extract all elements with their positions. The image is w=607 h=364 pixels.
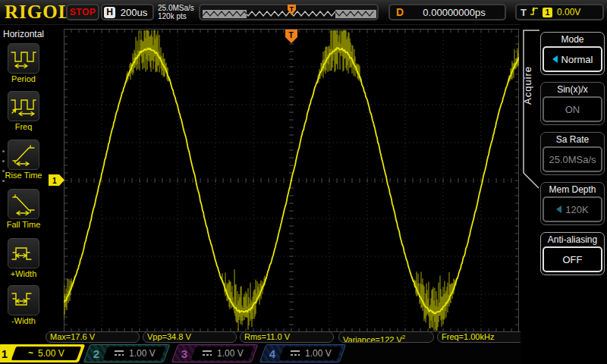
trigger-status-box[interactable]: T 1 0.00V <box>515 4 604 20</box>
scroll-indicator-dot <box>2 180 5 182</box>
measurement-variance: Variance=122 V2 <box>338 331 434 343</box>
channel-3-scale: 1.00 V <box>217 348 244 359</box>
channel-3-scale-box: 1.00 V <box>191 347 254 360</box>
channel-2-status[interactable]: 2 1.00 V <box>83 344 171 362</box>
timebase-value: 200us <box>115 7 153 18</box>
measure-item-label: Freq <box>0 122 47 131</box>
trigger-position-marker[interactable]: T <box>285 30 297 46</box>
dc-coupling-icon <box>114 348 124 359</box>
channel-3-status[interactable]: 3 1.00 V <box>171 344 259 362</box>
scroll-indicator-dot <box>2 150 5 152</box>
acquire-tab-label: Acquire <box>522 43 534 127</box>
channel1-position-marker[interactable]: 1 <box>49 174 64 189</box>
rigol-logo: RIGOL <box>5 2 71 23</box>
measure-item-label: Fall Time <box>0 220 47 229</box>
mem-depth-button[interactable]: 120K <box>543 196 602 222</box>
neg-width-icon <box>8 285 39 315</box>
menu-item-mem-depth[interactable]: Mem Depth 120K <box>540 182 605 225</box>
ac-coupling-icon: ~ <box>28 348 33 359</box>
measure-item-label: +Width <box>0 269 47 278</box>
scroll-indicator-dot <box>2 170 5 172</box>
channel-1-status[interactable]: 1 ~ 5.00 V <box>0 344 85 362</box>
period-icon <box>8 43 39 74</box>
channel-2-scale-box: 1.00 V <box>103 347 166 360</box>
sa-rate-button[interactable]: 25.0MSa/s <box>543 146 602 172</box>
channel-4-scale-box: 1.00 V <box>279 347 342 360</box>
run-state-button[interactable]: STOP <box>66 4 99 20</box>
measure-item-label: Rise Time <box>0 171 47 180</box>
top-status-bar: RIGOL STOP H 200us 25.0MSa/s 120k pts T … <box>0 0 607 25</box>
measurement-freq: Freq=1.00kHz <box>437 331 530 343</box>
dc-coupling-icon <box>202 348 212 359</box>
menu-item-sinx-x[interactable]: Sin(x)/x ON <box>540 82 605 125</box>
menu-item-sa-rate[interactable]: Sa Rate 25.0MSa/s <box>540 132 605 175</box>
channel-2-number: 2 <box>87 347 105 360</box>
measure-menu-title: Horizontal <box>0 29 47 39</box>
overview-trigger-position-icon[interactable]: T <box>287 5 297 16</box>
svg-text:T: T <box>290 5 294 13</box>
left-measure-menu: Horizontal Period Freq Rise Time Fall Ti… <box>0 24 47 343</box>
trigger-prefix: T <box>521 7 527 18</box>
left-arrow-icon <box>556 206 561 213</box>
trigger-slope-icon <box>530 5 539 19</box>
menu-item-mode[interactable]: Mode Normal <box>540 32 605 75</box>
trigger-source-badge: 1 <box>543 8 552 17</box>
measurement-max: Max=17.6 V <box>46 331 140 343</box>
measure-item-label: -Width <box>0 316 47 325</box>
waveform-trace <box>64 29 519 332</box>
delay-value: 0.00000000ps <box>404 7 505 18</box>
measure-item-pos-width[interactable]: +Width <box>0 238 47 278</box>
channel-3-number: 3 <box>175 347 193 360</box>
waveform-overview-bar[interactable]: T <box>199 4 379 20</box>
scroll-indicator-dot <box>2 160 5 162</box>
anti-aliasing-button[interactable]: OFF <box>543 246 602 272</box>
waveform-display-area <box>64 29 519 332</box>
trigger-level-value: 0.00V <box>557 7 580 17</box>
acquire-menu-sidebar: Acquire Mode Normal Sin(x)/x ON Sa Rate … <box>521 24 607 364</box>
pos-width-icon <box>8 238 39 268</box>
sinx-x-button[interactable]: ON <box>543 96 602 122</box>
rise-time-icon <box>8 140 39 170</box>
channel-status-bar: 1 ~ 5.00 V 2 1.00 V 3 1.00 V 4 <box>0 343 607 364</box>
channel-4-scale: 1.00 V <box>305 348 332 359</box>
timebase-prefix: H <box>104 7 115 18</box>
memory-points: 120k pts <box>158 12 194 20</box>
channel-1-scale-box: ~ 5.00 V <box>11 347 82 360</box>
dc-coupling-icon <box>290 348 300 359</box>
channel-4-number: 4 <box>263 347 281 360</box>
channel-4-status[interactable]: 4 1.00 V <box>259 344 347 362</box>
oscilloscope-screen: { "brand": "RIGOL", "top_bar": { "run_st… <box>0 0 607 364</box>
measure-item-label: Period <box>0 74 47 83</box>
measure-item-fall-time[interactable]: Fall Time <box>0 189 47 229</box>
channel-1-scale: 5.00 V <box>38 348 64 359</box>
trigger-delay-box[interactable]: D 0.00000000ps <box>388 4 506 20</box>
menu-item-anti-aliasing[interactable]: Anti-aliasing OFF <box>540 232 605 275</box>
freq-icon <box>8 91 39 121</box>
measurement-rms: Rms=11.0 V <box>240 331 334 343</box>
fall-time-icon <box>8 189 39 219</box>
measure-item-neg-width[interactable]: -Width <box>0 285 47 325</box>
measure-item-freq[interactable]: Freq <box>0 91 47 131</box>
measure-item-period[interactable]: Period <box>0 43 47 83</box>
mode-button[interactable]: Normal <box>543 46 602 72</box>
left-arrow-icon <box>552 55 558 63</box>
run-state-label: STOP <box>70 7 96 17</box>
svg-text:1: 1 <box>52 177 57 185</box>
measurement-vpp: Vpp=34.8 V <box>143 331 237 343</box>
measure-item-rise-time[interactable]: Rise Time <box>0 140 47 180</box>
svg-text:T: T <box>289 31 294 39</box>
channel-1-number: 1 <box>0 347 14 360</box>
delay-prefix: D <box>396 6 404 18</box>
timebase-box[interactable]: H 200us <box>101 4 154 20</box>
channel-2-scale: 1.00 V <box>129 348 156 359</box>
sample-rate: 25.0MSa/s <box>158 4 194 12</box>
sample-rate-readout: 25.0MSa/s 120k pts <box>158 4 194 20</box>
